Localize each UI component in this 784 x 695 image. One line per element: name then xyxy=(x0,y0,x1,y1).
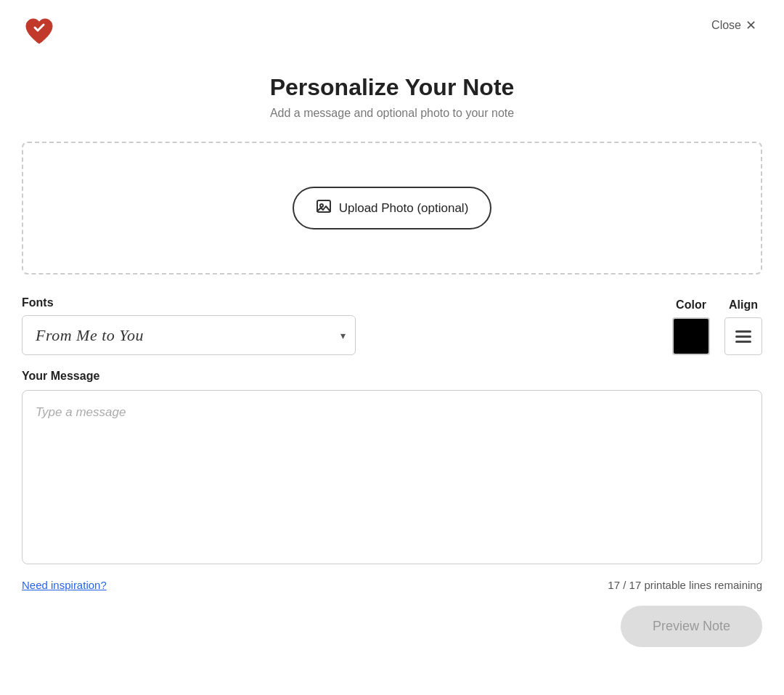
upload-icon xyxy=(316,198,332,218)
controls-row: Fonts From Me to You Arial Georgia Times… xyxy=(22,296,762,355)
preview-note-button[interactable]: Preview Note xyxy=(621,606,762,647)
color-swatch[interactable] xyxy=(672,317,710,355)
close-label: Close xyxy=(711,19,741,32)
align-icon xyxy=(735,330,751,343)
logo-icon xyxy=(22,15,57,49)
lines-remaining: 17 / 17 printable lines remaining xyxy=(608,579,762,591)
message-section: Your Message xyxy=(22,370,762,567)
close-icon: ✕ xyxy=(746,17,756,33)
message-textarea[interactable] xyxy=(22,390,762,564)
svg-point-1 xyxy=(320,204,323,207)
page-container: Close ✕ Personalize Your Note Add a mess… xyxy=(0,0,784,695)
upload-area: Upload Photo (optional) xyxy=(22,142,762,275)
close-button[interactable]: Close ✕ xyxy=(706,15,762,36)
page-title: Personalize Your Note xyxy=(22,74,762,101)
header: Close ✕ xyxy=(22,15,762,52)
upload-button-label: Upload Photo (optional) xyxy=(339,201,469,216)
footer-row: Need inspiration? 17 / 17 printable line… xyxy=(22,579,762,591)
logo xyxy=(22,15,57,52)
inspiration-link[interactable]: Need inspiration? xyxy=(22,579,107,591)
font-select[interactable]: From Me to You Arial Georgia Times New R… xyxy=(22,315,356,355)
align-button[interactable] xyxy=(724,317,762,355)
title-section: Personalize Your Note Add a message and … xyxy=(22,74,762,120)
font-select-wrapper: From Me to You Arial Georgia Times New R… xyxy=(22,315,356,355)
align-label: Align xyxy=(729,298,758,312)
font-section: Fonts From Me to You Arial Georgia Times… xyxy=(22,296,658,355)
preview-button-row: Preview Note xyxy=(22,606,762,647)
page-subtitle: Add a message and optional photo to your… xyxy=(22,107,762,120)
upload-photo-button[interactable]: Upload Photo (optional) xyxy=(293,187,492,229)
message-label: Your Message xyxy=(22,370,762,383)
color-label: Color xyxy=(676,298,706,312)
align-section: Align xyxy=(724,298,762,355)
color-section: Color xyxy=(672,298,710,355)
fonts-label: Fonts xyxy=(22,296,658,309)
